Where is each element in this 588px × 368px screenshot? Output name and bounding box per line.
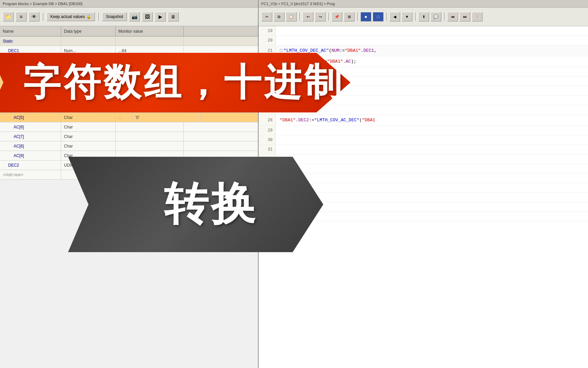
cell-monitor-dec2: ...29...	[116, 160, 184, 170]
cell-monitor-ac2: '9'	[133, 84, 201, 93]
code-line: 34	[259, 173, 588, 183]
cell-name-ac4: AC[4]	[0, 103, 61, 112]
cell-datatype-ac7: Char	[61, 132, 116, 141]
keep-actual-values-btn[interactable]: Keep actual values 🔒	[47, 12, 95, 21]
copy-icon-btn[interactable]: ⧉	[274, 12, 284, 21]
next-page-btn[interactable]: ⏭	[459, 12, 470, 21]
play-icon-btn[interactable]: ▶	[155, 12, 166, 21]
cell-datatype-dec1: Num...	[61, 46, 116, 55]
cell-name-ac1: AC[1]	[0, 75, 61, 84]
prev-page-btn[interactable]: ⏮	[447, 12, 458, 21]
line-content: □ "LMTH_COV_DEC_AC" ( NUM := "DBA1" . DE…	[276, 48, 381, 53]
arrow-down-btn[interactable]: ▼	[402, 12, 412, 21]
monitor-icon-btn[interactable]: 👁	[29, 12, 39, 21]
table-row[interactable]: AC[4] Char ... '9'	[0, 103, 258, 113]
code-line: 27	[259, 105, 588, 115]
photo-icon-btn[interactable]: 🖼	[142, 12, 153, 21]
code-line: 21 □ "LMTH_COV_DEC_AC" ( NUM := "DBA1" .…	[259, 45, 588, 56]
upload-icon-btn[interactable]: ⬆	[418, 12, 429, 21]
line-number: 24	[259, 77, 276, 86]
camera-icon-btn[interactable]: 📷	[129, 12, 140, 21]
paste-icon-btn[interactable]: 📋	[286, 12, 297, 21]
folder-icon-btn[interactable]: 📁	[3, 12, 14, 21]
redo-icon-btn[interactable]: ↪	[315, 12, 326, 21]
code-token: .	[343, 59, 346, 64]
cut-icon-btn[interactable]: ✂	[261, 12, 272, 21]
line-number: 33	[259, 164, 276, 173]
table-row[interactable]: AC[1] Char 2	[0, 75, 258, 84]
cell-datatype-ac3: Char	[61, 94, 116, 103]
cell-name-ac7: AC[7]	[0, 132, 61, 141]
line-number: 32	[259, 154, 276, 164]
cell-dots-ac3: ...	[116, 94, 133, 103]
cell-name-ac5: AC[5]	[0, 113, 61, 122]
more-icon-btn[interactable]: ⋮	[472, 12, 483, 21]
cell-dots-ac5: ...	[116, 113, 133, 122]
cell-dots-ac0: ...	[116, 65, 133, 74]
table-row-add-new[interactable]: <Add new>	[0, 170, 258, 180]
table-row[interactable]: AC[0] Char ...	[0, 65, 258, 75]
right-panel: FC1_V1b > FC1_V [dro1517 3 N/D1] > Prog …	[259, 0, 588, 368]
line-number: 22	[259, 56, 276, 67]
arrow-left-btn[interactable]: ◀	[389, 12, 400, 21]
keep-actual-label: Keep actual values	[50, 14, 85, 19]
cell-name-dec1: DEC1	[0, 46, 61, 55]
box2-icon-btn[interactable]: □	[373, 12, 383, 21]
undo-icon-btn[interactable]: ↩	[303, 12, 313, 21]
table-row[interactable]: DEC1 Num... ...64	[0, 46, 258, 56]
table-body[interactable]: Static DEC1 Num... ...64 AC	[0, 36, 258, 368]
code-token: (	[329, 48, 331, 53]
cell-name-ac: AC	[0, 56, 61, 65]
chat-icon-btn[interactable]: 💬	[430, 12, 441, 21]
table-row[interactable]: AC[3] Char ... '4'	[0, 94, 258, 103]
cell-monitor-ac7	[116, 132, 184, 141]
table-row[interactable]: AC[6] Char	[0, 122, 258, 132]
code-editor[interactable]: 19 20 21 □ "LMTH_COV_DEC_AC" ( NUM := "D…	[259, 26, 588, 368]
table-row[interactable]: Static	[0, 36, 258, 46]
table-row[interactable]: AC[2] Char ... '9'	[0, 84, 258, 94]
sep-r5	[415, 13, 415, 21]
code-line: 35	[259, 183, 588, 193]
line-content: CA => "DBA1" . AC );	[276, 59, 360, 64]
separator-1	[43, 13, 43, 21]
code-line: 32	[259, 154, 588, 164]
snapshot-btn[interactable]: Snapshot	[102, 12, 127, 21]
left-breadcrumb: Program blocks > Example DB > DBA1 [DB10…	[0, 0, 258, 7]
code-token: "DBA1"	[327, 59, 343, 64]
table-row[interactable]: AC[8] Char	[0, 141, 258, 151]
code-line: 29	[259, 126, 588, 135]
table-row[interactable]: AC[5] Char ... '0'	[0, 113, 258, 122]
cell-name-ac2: AC[2]	[0, 84, 61, 93]
display-icon-btn[interactable]: 🖥	[168, 12, 179, 21]
snapshot-label: Snapshot	[106, 14, 123, 19]
right-toolbar: ✂ ⧉ 📋 ↩ ↪ 📌 ⊞ ■ □ ◀ ▼ ⬆ 💬 ⏮ ⏭ ⋮	[259, 7, 588, 26]
table-row[interactable]: AC[7] Char	[0, 132, 258, 141]
cell-name-ac3: AC[3]	[0, 94, 61, 103]
cell-name-add-new: <Add new>	[0, 170, 61, 179]
code-token: DEC1	[363, 48, 374, 53]
grid-icon-btn[interactable]: ⊞	[344, 12, 355, 21]
cell-monitor-ac4: '9'	[133, 103, 201, 112]
code-token: "LMTH_COV_DEC_AC"	[284, 48, 329, 53]
code-line: 38	[259, 212, 588, 221]
box1-icon-btn[interactable]: ■	[360, 12, 371, 21]
line-number: 26	[259, 96, 276, 105]
expand-icon: □	[280, 48, 282, 53]
cell-datatype-ac: Array[...	[61, 56, 116, 65]
table-row[interactable]: AC Array[...	[0, 56, 258, 65]
pin-icon-btn[interactable]: 📌	[331, 12, 342, 21]
list-icon-btn[interactable]: ≡	[16, 12, 27, 21]
cell-monitor-ac9	[116, 151, 184, 160]
line-number: 25	[259, 86, 276, 95]
line-number: 30	[259, 135, 276, 144]
code-line: 24	[259, 77, 588, 86]
table-row[interactable]: AC[9] Char	[0, 151, 258, 160]
line-number: 38	[259, 212, 276, 221]
code-token: =>	[322, 59, 327, 64]
table-row[interactable]: DEC2 UDInt ...29...	[0, 160, 258, 170]
sep-r6	[444, 13, 444, 21]
cell-monitor-ac5: '0'	[133, 113, 201, 122]
cell-name-dec2: DEC2	[0, 160, 61, 170]
cell-monitor-ac8	[116, 141, 184, 151]
code-token: .	[361, 48, 363, 53]
